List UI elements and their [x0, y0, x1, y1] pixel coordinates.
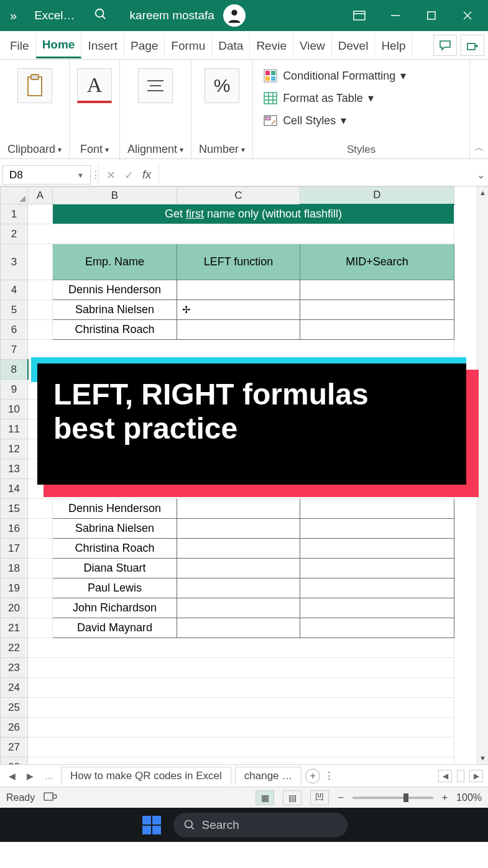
- cell[interactable]: Diana Stuart: [53, 559, 177, 578]
- row-header[interactable]: 13: [1, 459, 28, 479]
- row-header[interactable]: 15: [1, 499, 28, 519]
- cell[interactable]: [177, 519, 300, 539]
- hscroll-track[interactable]: [457, 770, 464, 782]
- cell[interactable]: [28, 678, 454, 698]
- ribbon-label-number[interactable]: Number▾: [199, 143, 245, 156]
- row-header[interactable]: 1: [1, 204, 28, 224]
- tab-file[interactable]: File: [4, 33, 36, 58]
- minimize-button[interactable]: [380, 0, 411, 31]
- cell[interactable]: [300, 578, 454, 598]
- row-header[interactable]: 19: [1, 578, 28, 598]
- cell[interactable]: [28, 578, 53, 598]
- clipboard-icon[interactable]: [17, 68, 52, 103]
- cell[interactable]: [28, 519, 53, 539]
- cell[interactable]: [28, 598, 53, 618]
- row-header[interactable]: 21: [1, 618, 28, 638]
- tab-formulas[interactable]: Formu: [165, 33, 212, 58]
- number-icon[interactable]: %: [205, 68, 239, 103]
- col-header-b[interactable]: B: [53, 187, 177, 204]
- tab-help[interactable]: Help: [375, 33, 412, 58]
- cell[interactable]: [28, 638, 454, 658]
- row-header[interactable]: 5: [1, 300, 28, 320]
- cell[interactable]: [28, 539, 53, 559]
- cell[interactable]: [177, 320, 300, 340]
- tab-view[interactable]: View: [293, 33, 332, 58]
- row-header[interactable]: 12: [1, 439, 28, 459]
- select-all-button[interactable]: [1, 187, 28, 204]
- search-icon[interactable]: [88, 7, 114, 24]
- row-header[interactable]: 16: [1, 519, 28, 539]
- zoom-level[interactable]: 100%: [456, 792, 482, 803]
- sheet-tab[interactable]: How to make QR codes in Excel: [61, 767, 231, 785]
- cell[interactable]: Paul Lewis: [53, 578, 177, 598]
- sheet-nav-next-icon[interactable]: ▶: [23, 771, 37, 781]
- cell-styles-button[interactable]: Cell Styles▾: [263, 109, 459, 132]
- insert-function-icon[interactable]: fx: [142, 168, 151, 181]
- row-header[interactable]: 18: [1, 559, 28, 578]
- cell[interactable]: [28, 757, 454, 765]
- cell[interactable]: [28, 204, 53, 224]
- col-header-c[interactable]: C: [177, 187, 300, 204]
- tab-page-layout[interactable]: Page: [124, 33, 165, 58]
- add-sheet-button[interactable]: +: [305, 769, 320, 783]
- tab-insert[interactable]: Insert: [81, 33, 124, 58]
- ribbon-label-alignment[interactable]: Alignment▾: [127, 143, 183, 156]
- row-header[interactable]: 23: [1, 658, 28, 678]
- tab-data[interactable]: Data: [212, 33, 250, 58]
- row-header[interactable]: 28: [1, 757, 28, 765]
- row-header[interactable]: 25: [1, 698, 28, 718]
- cell[interactable]: [28, 559, 53, 578]
- start-button[interactable]: [141, 815, 162, 836]
- table-header-emp[interactable]: Emp. Name: [53, 244, 177, 280]
- row-header[interactable]: 11: [1, 419, 28, 439]
- cell[interactable]: [300, 559, 454, 578]
- cell[interactable]: Dennis Henderson: [53, 280, 177, 300]
- cell[interactable]: Sabrina Nielsen: [53, 519, 177, 539]
- zoom-in-button[interactable]: +: [442, 792, 448, 803]
- font-icon[interactable]: A: [77, 68, 112, 103]
- cell[interactable]: [28, 244, 53, 280]
- cell[interactable]: [28, 340, 454, 360]
- cell[interactable]: [177, 598, 300, 618]
- cell[interactable]: Christina Roach: [53, 539, 177, 559]
- sheet-nav-more[interactable]: …: [41, 771, 57, 781]
- row-header[interactable]: 3: [1, 244, 28, 280]
- cell[interactable]: [28, 280, 53, 300]
- tab-developer[interactable]: Devel: [332, 33, 375, 58]
- cell[interactable]: John Richardson: [53, 598, 177, 618]
- cell[interactable]: [300, 300, 454, 320]
- cell[interactable]: [300, 618, 454, 638]
- row-header[interactable]: 9: [1, 380, 28, 400]
- row-header[interactable]: 24: [1, 678, 28, 698]
- sheet-nav-prev-icon[interactable]: ◀: [5, 771, 19, 781]
- tab-home[interactable]: Home: [36, 32, 82, 58]
- user-avatar[interactable]: [223, 4, 246, 27]
- enter-formula-icon[interactable]: ✓: [124, 168, 134, 182]
- cell[interactable]: [300, 539, 454, 559]
- cell[interactable]: [28, 320, 53, 340]
- ribbon-label-clipboard[interactable]: Clipboard▾: [7, 143, 62, 156]
- maximize-button[interactable]: [416, 0, 447, 31]
- format-as-table-button[interactable]: Format as Table▾: [263, 87, 459, 109]
- comments-button[interactable]: [433, 35, 457, 56]
- row-header[interactable]: 14: [1, 479, 28, 499]
- cell[interactable]: [177, 539, 300, 559]
- zoom-out-button[interactable]: −: [338, 792, 343, 803]
- view-normal-icon[interactable]: ▦: [256, 790, 274, 805]
- cell[interactable]: [28, 499, 53, 519]
- cell[interactable]: [28, 738, 454, 757]
- more-commands-icon[interactable]: »: [5, 9, 22, 23]
- row-header[interactable]: 20: [1, 598, 28, 618]
- cancel-formula-icon[interactable]: ✕: [106, 168, 116, 182]
- cell[interactable]: ✢: [177, 300, 300, 320]
- cell[interactable]: Christina Roach: [53, 320, 177, 340]
- cell[interactable]: [177, 618, 300, 638]
- cell[interactable]: Sabrina Nielsen: [53, 300, 177, 320]
- cell[interactable]: [177, 578, 300, 598]
- conditional-formatting-button[interactable]: Conditional Formatting▾: [263, 65, 459, 87]
- view-page-break-icon[interactable]: 凹: [310, 790, 329, 805]
- cell[interactable]: [28, 698, 454, 718]
- cell[interactable]: [28, 224, 454, 244]
- row-header[interactable]: 10: [1, 400, 28, 419]
- table-header-left[interactable]: LEFT function: [177, 244, 300, 280]
